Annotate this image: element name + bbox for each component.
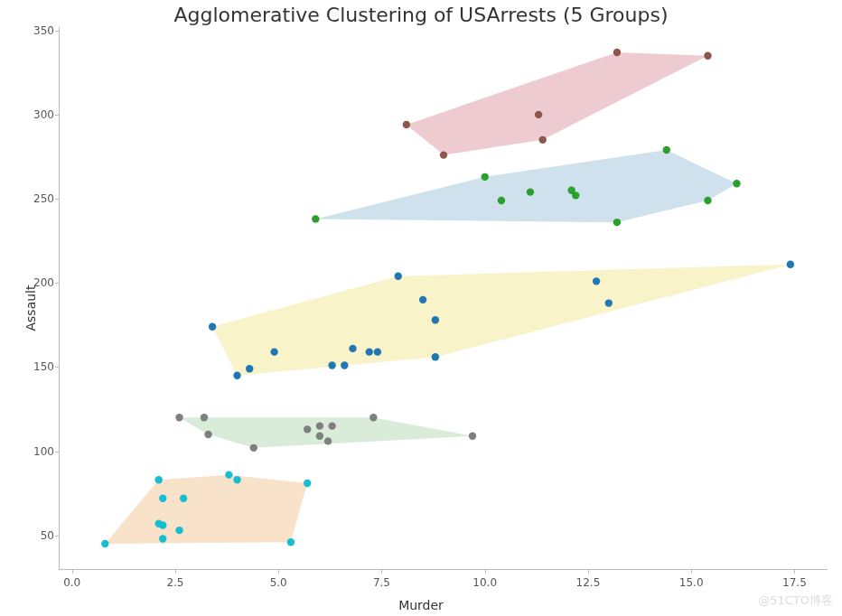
data-point [704,197,711,204]
data-point [304,480,311,487]
data-point [374,348,381,355]
data-point [538,136,546,144]
y-tick-mark [55,452,60,453]
data-point [733,180,740,187]
y-tick-mark [55,536,60,537]
y-tick-label: 250 [22,192,54,205]
y-tick-label: 200 [22,276,54,289]
data-point [704,51,711,59]
data-point [204,431,211,438]
data-point [233,476,240,483]
data-point [572,191,579,199]
data-point [370,414,377,421]
y-tick-label: 100 [22,445,54,458]
data-point [201,414,208,421]
x-tick-label: 7.5 [373,576,390,589]
data-point [101,540,108,547]
data-point [787,261,794,268]
y-tick-label: 150 [22,360,54,373]
data-point [316,433,323,440]
data-point [328,361,335,369]
data-point [403,121,410,128]
data-point [270,348,277,355]
y-tick-mark [55,283,60,284]
data-point [432,353,439,360]
data-point [175,527,182,534]
data-point [328,422,335,429]
y-tick-label: 300 [22,108,54,121]
data-point [349,345,356,352]
cluster-hull [315,150,736,222]
x-tick-label: 17.5 [782,576,807,589]
chart-container: Agglomerative Clustering of USArrests (5… [0,0,842,616]
data-point [341,361,348,369]
data-point [469,433,476,440]
data-point [209,322,216,330]
y-axis-label: Assault [23,285,38,331]
data-point [613,49,621,56]
data-point [287,538,295,546]
y-tick-mark [55,367,60,368]
y-tick-label: 350 [22,24,54,37]
x-tick-label: 12.5 [576,576,601,589]
data-point [175,414,182,421]
x-tick-mark [485,569,486,574]
cluster-hull [105,475,307,544]
y-tick-label: 50 [22,529,54,542]
x-tick-mark [691,569,692,574]
y-tick-mark [55,115,60,116]
data-point [593,277,600,285]
x-tick-mark [588,569,589,574]
data-point [432,316,439,323]
data-point [312,215,319,222]
data-point [316,422,323,429]
y-tick-mark [55,199,60,200]
x-tick-label: 15.0 [679,576,704,589]
data-point [324,437,332,444]
data-point [366,348,373,355]
data-point [159,495,166,502]
data-point [154,476,162,483]
x-tick-mark [175,569,176,574]
cluster-hull [212,265,791,376]
x-tick-mark [381,569,382,574]
x-tick-label: 5.0 [270,576,287,589]
plot-svg [60,27,828,569]
chart-title: Agglomerative Clustering of USArrests (5… [0,4,842,26]
x-tick-label: 0.0 [63,576,80,589]
data-point [159,535,166,542]
data-point [250,444,257,452]
data-point [233,372,240,379]
data-point [535,111,542,118]
y-tick-mark [55,31,60,32]
data-point [527,188,534,195]
cluster-hull [407,52,708,155]
watermark: @51CTO博客 [758,593,833,609]
data-point [419,296,426,303]
data-point [663,146,670,154]
data-point [440,151,447,158]
x-tick-label: 2.5 [166,576,183,589]
x-tick-label: 10.0 [472,576,497,589]
x-axis-label: Murder [0,598,842,612]
data-point [613,219,621,226]
x-tick-mark [794,569,795,574]
data-point [481,173,488,181]
data-point [605,299,613,306]
data-point [304,425,311,433]
x-tick-mark [72,569,73,574]
data-point [246,365,253,372]
data-point [225,471,232,478]
data-point [498,197,505,204]
data-point [395,273,402,280]
plot-area: 0.02.55.07.510.012.515.017.5501001502002… [59,27,828,570]
data-point [159,521,166,528]
x-tick-mark [278,569,279,574]
data-point [180,495,187,502]
